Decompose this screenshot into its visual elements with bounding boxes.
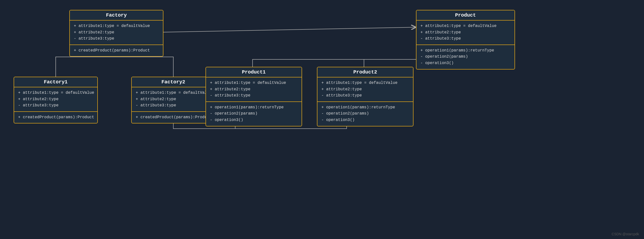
product-attr-1: + attribute1:type = defaultValue	[420, 23, 510, 29]
product-attr-2: + attribute2:type	[420, 29, 510, 36]
factory1-attributes: + attribute1:type = defaultValue + attri…	[14, 87, 97, 112]
factory2-attr-2: + attribute2:type	[136, 96, 211, 103]
product-class: Product + attribute1:type = defaultValue…	[416, 10, 515, 69]
product1-attributes: + attribute1:type = defaultValue + attri…	[206, 77, 302, 102]
product2-op-3: - operation3()	[322, 117, 409, 123]
product1-op-1: + operation1(params):returnType	[210, 104, 298, 111]
factory-op-1: + createdProduct(params):Product	[74, 47, 159, 54]
factory1-attr-1: + attribute1:type = defaultValue	[18, 90, 93, 96]
factory-attr-3: - attribute3:type	[74, 36, 159, 42]
product1-attr-1: + attribute1:type = defaultValue	[210, 80, 298, 86]
product2-operations: + operation1(params):returnType - operat…	[318, 102, 413, 126]
product1-operations: + operation1(params):returnType - operat…	[206, 102, 302, 126]
product2-op-2: - operation2(params)	[322, 111, 409, 117]
product2-class: Product2 + attribute1:type = defaultValu…	[317, 67, 414, 126]
factory2-operations: + createdProduct(params):Product	[132, 112, 215, 123]
factory-attr-2: + attribute2:type	[74, 29, 159, 36]
product-title: Product	[416, 10, 514, 20]
product1-op-2: - operation2(params)	[210, 111, 298, 117]
factory-title: Factory	[70, 10, 163, 20]
factory1-class: Factory1 + attribute1:type = defaultValu…	[14, 77, 98, 123]
factory1-title: Factory1	[14, 77, 97, 87]
diagram-container: Factory + attribute1:type = defaultValue…	[0, 0, 644, 239]
product-attributes: + attribute1:type = defaultValue + attri…	[416, 20, 514, 45]
product1-attr-2: + attribute2:type	[210, 86, 298, 93]
factory1-attr-3: - attribute3:type	[18, 102, 93, 109]
factory-attr-1: + attribute1:type = defaultValue	[74, 23, 159, 29]
factory-operations: + createdProduct(params):Product	[70, 45, 163, 56]
product-op-1: + operation1(params):returnType	[420, 47, 510, 54]
product-attr-3: - attribute3:type	[420, 36, 510, 42]
product2-attributes: + attribute1:type = defaultValue + attri…	[318, 77, 413, 102]
watermark: CSDN @starcpdk	[612, 232, 639, 236]
factory2-op-1: + createdProduct(params):Product	[136, 114, 211, 121]
factory2-class: Factory2 + attribute1:type = defaultValu…	[131, 77, 216, 123]
product2-op-1: + operation1(params):returnType	[322, 104, 409, 111]
product1-attr-3: - attribute3:type	[210, 93, 298, 99]
product1-title: Product1	[206, 67, 302, 77]
product1-class: Product1 + attribute1:type = defaultValu…	[206, 67, 302, 126]
factory1-attr-2: + attribute2:type	[18, 96, 93, 103]
product2-title: Product2	[318, 67, 413, 77]
product2-attr-1: + attribute1:type = defaultValue	[322, 80, 409, 86]
product2-attr-3: - attribute3:type	[322, 93, 409, 99]
factory2-attr-3: - attribute3:type	[136, 102, 211, 109]
factory2-title: Factory2	[132, 77, 215, 87]
product-op-2: - operation2(params)	[420, 54, 510, 60]
product-operations: + operation1(params):returnType - operat…	[416, 45, 514, 69]
product2-attr-2: + attribute2:type	[322, 86, 409, 93]
svg-line-0	[164, 27, 416, 32]
factory1-op-1: + createdProduct(params):Product	[18, 114, 93, 121]
factory-attributes: + attribute1:type = defaultValue + attri…	[70, 20, 163, 45]
factory-class: Factory + attribute1:type = defaultValue…	[69, 10, 164, 57]
factory2-attr-1: + attribute1:type = defaultValue	[136, 90, 211, 96]
factory1-operations: + createdProduct(params):Product	[14, 112, 97, 123]
product-op-3: - operation3()	[420, 60, 510, 66]
factory2-attributes: + attribute1:type = defaultValue + attri…	[132, 87, 215, 112]
product1-op-3: - operation3()	[210, 117, 298, 123]
